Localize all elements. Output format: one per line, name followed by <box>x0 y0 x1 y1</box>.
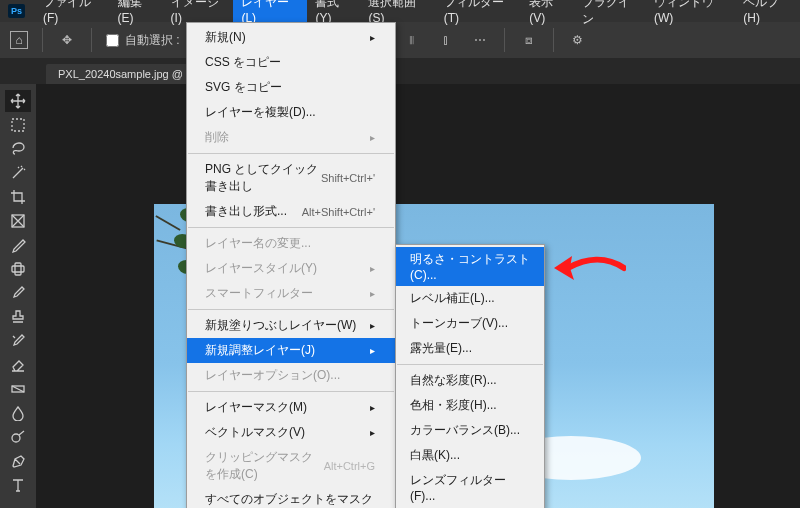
frame-tool[interactable] <box>5 210 31 232</box>
adj-submenu-item-3[interactable]: 露光量(E)... <box>396 336 544 361</box>
layer-menu-item-14[interactable]: 新規調整レイヤー(J)▸ <box>187 338 395 363</box>
svg-rect-3 <box>12 266 24 272</box>
layer-menu-dropdown: 新規(N)▸CSS をコピーSVG をコピーレイヤーを複製(D)...削除▸PN… <box>186 22 396 508</box>
layer-menu-item-11: スマートフィルター▸ <box>187 281 395 306</box>
align-icon-3[interactable]: ⫿ <box>436 33 456 47</box>
svg-point-5 <box>12 434 20 442</box>
layer-menu-item-20[interactable]: すべてのオブジェクトをマスク <box>187 487 395 508</box>
move-cursor-icon[interactable]: ✥ <box>57 33 77 47</box>
menu-編集[interactable]: 編集(E) <box>110 0 163 31</box>
document-tabs: PXL_20240sample.jpg @ 25 <box>0 58 800 84</box>
blur-tool[interactable] <box>5 402 31 424</box>
layer-menu-item-0[interactable]: 新規(N)▸ <box>187 25 395 50</box>
adj-submenu-item-6[interactable]: 色相・彩度(H)... <box>396 393 544 418</box>
layer-menu-item-4: 削除▸ <box>187 125 395 150</box>
annotation-arrow <box>546 248 626 291</box>
menu-表示[interactable]: 表示(V) <box>521 0 574 31</box>
menu-ウィンドウ[interactable]: ウィンドウ(W) <box>646 0 735 31</box>
new-adjustment-layer-submenu: 明るさ・コントラスト(C)...レベル補正(L)...トーンカーブ(V)...露… <box>395 244 545 508</box>
menu-ファイル[interactable]: ファイル(F) <box>35 0 110 31</box>
eyedropper-tool[interactable] <box>5 234 31 256</box>
adj-submenu-item-9[interactable]: レンズフィルター(F)... <box>396 468 544 507</box>
menubar: Ps ファイル(F)編集(E)イメージ(I)レイヤー(L)書式(Y)選択範囲(S… <box>0 0 800 22</box>
layer-menu-item-13[interactable]: 新規塗りつぶしレイヤー(W)▸ <box>187 313 395 338</box>
type-tool[interactable] <box>5 474 31 496</box>
gear-icon[interactable]: ⚙ <box>568 33 588 47</box>
layer-menu-item-6[interactable]: PNG としてクイック書き出しShift+Ctrl+' <box>187 157 395 199</box>
move-tool[interactable] <box>5 90 31 112</box>
adj-submenu-item-2[interactable]: トーンカーブ(V)... <box>396 311 544 336</box>
adj-submenu-item-0[interactable]: 明るさ・コントラスト(C)... <box>396 247 544 286</box>
auto-select-label: 自動選択 : <box>125 32 180 49</box>
layer-menu-item-10: レイヤースタイル(Y)▸ <box>187 256 395 281</box>
lasso-tool[interactable] <box>5 138 31 160</box>
crop-tool[interactable] <box>5 186 31 208</box>
align-icon-2[interactable]: ⫴ <box>402 33 422 47</box>
layer-menu-item-2[interactable]: SVG をコピー <box>187 75 395 100</box>
layer-menu-item-17[interactable]: レイヤーマスク(M)▸ <box>187 395 395 420</box>
adj-submenu-item-1[interactable]: レベル補正(L)... <box>396 286 544 311</box>
wand-tool[interactable] <box>5 162 31 184</box>
home-button[interactable]: ⌂ <box>10 31 28 49</box>
gradient-tool[interactable] <box>5 378 31 400</box>
adj-submenu-item-5[interactable]: 自然な彩度(R)... <box>396 368 544 393</box>
pen-tool[interactable] <box>5 450 31 472</box>
menu-フィルター[interactable]: フィルター(T) <box>436 0 522 31</box>
marquee-tool[interactable] <box>5 114 31 136</box>
3d-icon[interactable]: ⧈ <box>519 33 539 47</box>
brush-tool[interactable] <box>5 282 31 304</box>
menubar-items: ファイル(F)編集(E)イメージ(I)レイヤー(L)書式(Y)選択範囲(S)フィ… <box>35 0 800 31</box>
svg-rect-0 <box>12 119 24 131</box>
eraser-tool[interactable] <box>5 354 31 376</box>
layer-menu-item-7[interactable]: 書き出し形式...Alt+Shift+Ctrl+' <box>187 199 395 224</box>
layer-menu-item-18[interactable]: ベクトルマスク(V)▸ <box>187 420 395 445</box>
layer-menu-item-3[interactable]: レイヤーを複製(D)... <box>187 100 395 125</box>
auto-select-input[interactable] <box>106 34 119 47</box>
toolbar <box>0 84 36 508</box>
history-brush-tool[interactable] <box>5 330 31 352</box>
app-icon: Ps <box>8 4 25 18</box>
layer-menu-item-1[interactable]: CSS をコピー <box>187 50 395 75</box>
menu-ヘルプ[interactable]: ヘルプ(H) <box>735 0 800 31</box>
more-icon[interactable]: ⋯ <box>470 33 490 47</box>
dodge-tool[interactable] <box>5 426 31 448</box>
adj-submenu-item-7[interactable]: カラーバランス(B)... <box>396 418 544 443</box>
menu-プラグイン[interactable]: プラグイン <box>574 0 646 31</box>
svg-rect-2 <box>15 263 21 275</box>
layer-menu-item-19: クリッピングマスクを作成(C)Alt+Ctrl+G <box>187 445 395 487</box>
adj-submenu-item-8[interactable]: 白黒(K)... <box>396 443 544 468</box>
auto-select-checkbox[interactable]: 自動選択 : <box>106 32 180 49</box>
layer-menu-item-15: レイヤーオプション(O)... <box>187 363 395 388</box>
healing-tool[interactable] <box>5 258 31 280</box>
layer-menu-item-9: レイヤー名の変更... <box>187 231 395 256</box>
stamp-tool[interactable] <box>5 306 31 328</box>
